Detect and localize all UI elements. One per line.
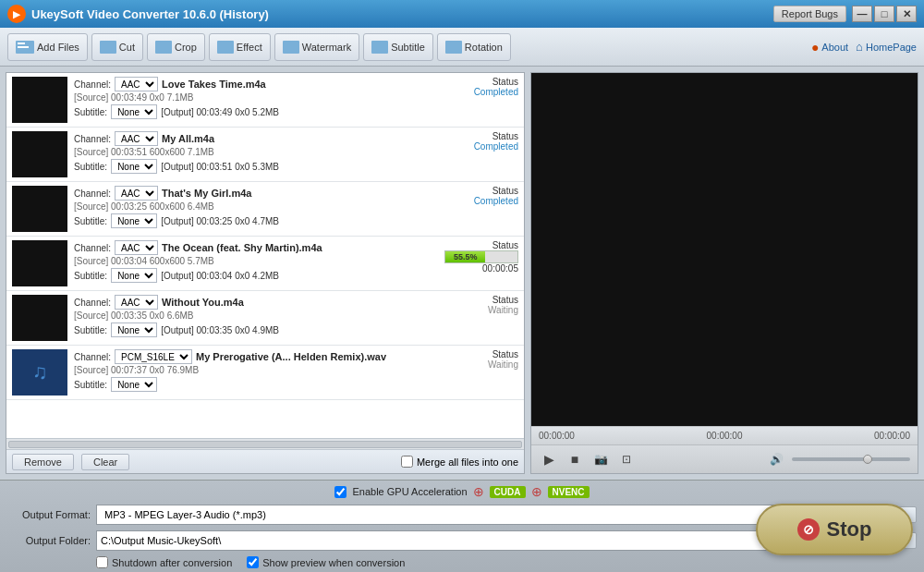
watermark-button[interactable]: Watermark	[274, 33, 359, 61]
add-files-label: Add Files	[37, 42, 79, 53]
cut-button[interactable]: Cut	[91, 33, 143, 61]
merge-checkbox-row: Merge all files into one	[401, 456, 518, 468]
channel-label: Channel:	[74, 79, 111, 90]
filelist-scroll[interactable]: Channel: AAC Love Takes Time.m4a [Source…	[6, 73, 524, 438]
file-name: My All.m4a	[162, 133, 214, 144]
status-value: Completed	[454, 141, 518, 152]
subtitle-select[interactable]: None	[111, 213, 157, 228]
rotation-button[interactable]: Rotation	[437, 33, 511, 61]
file-channel-row: Channel: AAC The Ocean (feat. Shy Martin…	[74, 240, 443, 255]
file-status: Status 55.5% 00:00:05	[444, 240, 518, 274]
effect-button[interactable]: Effect	[209, 33, 271, 61]
folder-input[interactable]	[96, 530, 772, 551]
channel-select[interactable]: AAC	[115, 240, 158, 255]
status-header: Status	[444, 240, 518, 250]
stop-button[interactable]: ⊘ Stop	[756, 504, 913, 555]
channel-select[interactable]: PCM_S16LE	[115, 349, 192, 364]
channel-select[interactable]: AAC	[115, 295, 158, 310]
preview-controls: ▶ ■ 📷 ⊡ 🔊	[531, 444, 918, 473]
file-name: The Ocean (feat. Shy Martin).m4a	[162, 242, 322, 253]
clear-button[interactable]: Clear	[81, 454, 129, 470]
minimize-button[interactable]: —	[852, 6, 872, 22]
gpu-label: Enable GPU Acceleration	[352, 486, 467, 497]
rotation-label: Rotation	[465, 42, 503, 53]
volume-thumb	[863, 455, 872, 464]
cut-icon	[100, 41, 116, 54]
file-channel-row: Channel: AAC That's My Girl.m4a	[74, 186, 452, 201]
subtitle-label: Subtitle:	[74, 271, 107, 281]
about-button[interactable]: ● About	[811, 40, 848, 55]
music-icon: ♫	[32, 360, 48, 384]
shutdown-checkbox[interactable]	[96, 556, 108, 568]
status-header: Status	[454, 186, 518, 196]
subtitle-button[interactable]: Subtitle	[363, 33, 433, 61]
add-files-button[interactable]: Add Files	[7, 33, 88, 61]
maximize-button[interactable]: □	[874, 6, 894, 22]
subtitle-label: Subtitle:	[74, 216, 107, 226]
cuda-badge: CUDA	[490, 486, 526, 498]
subtitle-select[interactable]: None	[111, 268, 157, 283]
channel-select[interactable]: AAC	[115, 131, 158, 146]
progress-fill: 55.5%	[445, 251, 485, 262]
file-status: StatusWaiting	[454, 295, 518, 315]
status-value: Completed	[454, 196, 518, 206]
file-info: Channel: AAC My All.m4a [Source] 00:03:5…	[74, 131, 452, 174]
toolbar-right: ● About ⌂ HomePage	[811, 40, 917, 55]
file-output: [Output] 00:03:35 0x0 4.9MB	[161, 325, 279, 335]
toolbar: Add Files Cut Crop Effect Watermark Subt…	[0, 28, 924, 67]
file-name: Love Takes Time.m4a	[162, 79, 266, 90]
fullscreen-button[interactable]: ⊡	[616, 449, 637, 469]
close-button[interactable]: ✕	[896, 6, 917, 22]
time-mid: 00:00:00	[707, 431, 743, 441]
channel-label: Channel:	[74, 134, 111, 144]
remove-button[interactable]: Remove	[12, 454, 74, 470]
file-item: Channel: AAC That's My Girl.m4a [Source]…	[6, 182, 524, 237]
subtitle-select[interactable]: None	[111, 104, 157, 119]
crop-button[interactable]: Crop	[147, 33, 205, 61]
channel-select[interactable]: AAC	[115, 186, 158, 201]
about-label: About	[821, 42, 848, 53]
snapshot-button[interactable]: 📷	[590, 449, 611, 469]
file-channel-row: Channel: PCM_S16LE My Prerogative (A... …	[74, 349, 452, 364]
file-status: StatusCompleted	[454, 131, 518, 152]
file-subtitle-row: Subtitle: None [Output] 00:03:35 0x0 4.9…	[74, 323, 452, 337]
watermark-label: Watermark	[302, 42, 351, 53]
file-output: [Output] 00:03:04 0x0 4.2MB	[161, 271, 279, 281]
format-select[interactable]: MP3 - MPEG Layer-3 Audio (*.mp3)	[96, 505, 821, 525]
subtitle-select[interactable]: None	[111, 159, 157, 174]
add-files-icon	[16, 41, 34, 54]
file-subtitle-row: Subtitle: None	[74, 377, 452, 392]
homepage-button[interactable]: ⌂ HomePage	[856, 40, 917, 54]
file-item: ♫ Channel: PCM_S16LE My Prerogative (A..…	[6, 346, 524, 400]
subtitle-select[interactable]: None	[111, 377, 157, 392]
channel-select[interactable]: AAC	[115, 77, 158, 91]
channel-label: Channel:	[74, 352, 111, 362]
subtitle-select[interactable]: None	[111, 323, 157, 337]
window-buttons: — □ ✕	[852, 6, 917, 22]
volume-slider[interactable]	[792, 457, 910, 461]
nvidia-logo-1: ⊕	[473, 484, 484, 499]
gpu-row: Enable GPU Acceleration ⊕ CUDA ⊕ NVENC	[7, 484, 917, 499]
merge-checkbox[interactable]	[401, 456, 413, 468]
preview-label: Show preview when conversion	[262, 557, 405, 568]
gpu-checkbox[interactable]	[334, 486, 346, 498]
merge-label: Merge all files into one	[417, 456, 518, 468]
play-button[interactable]: ▶	[539, 449, 559, 469]
channel-label: Channel:	[74, 189, 111, 199]
report-bugs-button[interactable]: Report Bugs	[773, 6, 846, 22]
progress-bar: 55.5%	[444, 250, 518, 263]
file-status: StatusCompleted	[454, 186, 518, 206]
file-source: [Source] 00:03:25 600x600 6.4MB	[74, 201, 452, 212]
file-thumb	[12, 240, 67, 286]
subtitle-icon	[371, 41, 388, 54]
preview-checkbox[interactable]	[247, 556, 259, 568]
crop-label: Crop	[175, 42, 197, 53]
stop-preview-button[interactable]: ■	[565, 449, 585, 469]
subtitle-label: Subtitle:	[74, 162, 107, 172]
file-info: Channel: AAC The Ocean (feat. Shy Martin…	[74, 240, 443, 283]
file-status: StatusCompleted	[454, 77, 518, 97]
file-thumb	[12, 77, 67, 123]
channel-label: Channel:	[74, 298, 111, 308]
nvenc-badge: NVENC	[548, 486, 590, 498]
horizontal-scrollbar[interactable]	[6, 438, 524, 449]
